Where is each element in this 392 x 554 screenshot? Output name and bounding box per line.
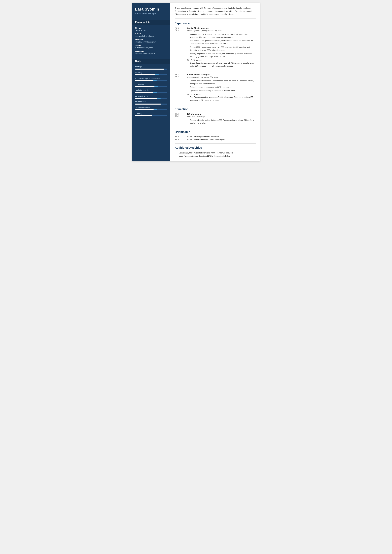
cert-year: 2018 bbox=[175, 139, 185, 141]
activity-bullet: Used Facebook to raise donations 22% for… bbox=[179, 154, 256, 158]
education-block: 2010 -2014 BS Marketing Iowa State Unive… bbox=[175, 113, 256, 125]
skill-bar-accent bbox=[154, 86, 158, 87]
resume-container: Lara Syomin Social Media Manager Persona… bbox=[132, 3, 260, 161]
sidebar-header: Lara Syomin Social Media Manager bbox=[132, 3, 170, 18]
divider-activities bbox=[175, 143, 256, 144]
skill-bar bbox=[135, 74, 167, 75]
bullet: Sourced 700+ images and wrote over 500 c… bbox=[190, 46, 256, 52]
degree: BS Marketing bbox=[187, 113, 256, 115]
certificates-title: Certificates bbox=[175, 130, 256, 134]
experience-title: Experience bbox=[175, 22, 256, 25]
edu-content: BS Marketing Iowa State University Condu… bbox=[187, 113, 256, 125]
skill-bar-fill bbox=[135, 104, 161, 105]
edu-date: 2010 -2014 bbox=[175, 113, 185, 125]
skills-list: strategy planning social campaign manage… bbox=[135, 66, 167, 116]
activity-bullet: Maintain 15,000+ Twitter followers and 7… bbox=[179, 151, 256, 154]
skill-bar bbox=[135, 80, 167, 81]
achievement-bullets: Ran Facebook contest generating 2,000+ s… bbox=[187, 96, 256, 102]
skills-title: Skills bbox=[132, 59, 170, 64]
job-company: Chargepath Stores, Mason City, Iowa bbox=[187, 76, 256, 78]
skill-bar-accent bbox=[155, 74, 159, 75]
candidate-title: Social Media Manager bbox=[135, 12, 167, 15]
bullet: Conducted senior project that got 3,000 … bbox=[190, 119, 256, 125]
skill-name: social campaign management bbox=[135, 77, 167, 79]
bullet: Optimized posts by testing out content a… bbox=[190, 89, 256, 92]
twitter-label: Twitter bbox=[135, 44, 167, 47]
main-content: Driven social media manager with 5+ year… bbox=[170, 3, 260, 161]
divider-certificates bbox=[175, 128, 256, 128]
job-bullets: Created and scheduled 50+ social media p… bbox=[187, 79, 256, 92]
experience-block: 2014 -2016 Social Media Manager Chargepa… bbox=[175, 73, 256, 102]
skill-bar bbox=[135, 104, 167, 105]
cert-year: 2019 bbox=[175, 136, 185, 138]
cert-name: Social Marketing Certificate - Hootsuite bbox=[187, 136, 219, 138]
skill-name: creativity bbox=[135, 112, 167, 114]
bullet: Managed team of 3 social media associate… bbox=[190, 33, 256, 39]
facebook-value: facebook.com/larasyomin bbox=[135, 53, 167, 55]
achievement-bullet: Ran Facebook contest generating 2,000+ s… bbox=[190, 96, 256, 102]
certificates-section: Certificates 2019 Social Marketing Certi… bbox=[175, 130, 256, 141]
skill-name: copywriting bbox=[135, 83, 167, 85]
skill-bar bbox=[135, 69, 167, 70]
job-company: Million Eyeballs Agency, Mason City, Iow… bbox=[187, 30, 256, 32]
skill-bar-fill bbox=[135, 80, 153, 81]
skill-item: creativity bbox=[135, 112, 167, 116]
skill-bar-accent bbox=[153, 80, 157, 81]
edu-bullets: Conducted senior project that got 3,000 … bbox=[187, 119, 256, 125]
skill-bar-fill bbox=[135, 109, 154, 110]
experience-block: 2016 -2019 Social Media Manager Million … bbox=[175, 27, 256, 68]
skill-bar bbox=[135, 115, 167, 116]
skill-bar bbox=[135, 92, 167, 93]
phone-label: Phone bbox=[135, 27, 167, 29]
job-title: Social Media Manager bbox=[187, 27, 256, 29]
skill-bar-fill bbox=[135, 74, 155, 75]
bullet: Ran contests that generated 500 to 3,500… bbox=[190, 39, 256, 45]
bullet: Actively responded to and answered 1,000… bbox=[190, 52, 256, 58]
skill-item: social campaign management bbox=[135, 77, 167, 81]
email-label: E-mail bbox=[135, 33, 167, 35]
experience-list: 2016 -2019 Social Media Manager Million … bbox=[175, 27, 256, 102]
linkedin-label: LinkedIn bbox=[135, 39, 167, 41]
skill-bar bbox=[135, 98, 167, 99]
skill-name: communication bbox=[135, 95, 167, 97]
skill-item: collaboration bbox=[135, 101, 167, 105]
divider-education bbox=[175, 105, 256, 105]
sidebar: Lara Syomin Social Media Manager Persona… bbox=[132, 3, 170, 161]
experience-section: Experience 2016 -2019 Social Media Manag… bbox=[175, 22, 256, 102]
skill-item: copywriting bbox=[135, 83, 167, 87]
skill-item: strategy bbox=[135, 66, 167, 70]
skills-section: Skills strategy planning social campaign… bbox=[132, 57, 170, 120]
education-section: Education 2010 -2014 BS Marketing Iowa S… bbox=[175, 107, 256, 125]
phone-value: 641-670-1165 bbox=[135, 29, 167, 31]
skill-item: planning bbox=[135, 71, 167, 75]
exp-content: Social Media Manager Million Eyeballs Ag… bbox=[187, 27, 256, 68]
education-list: 2010 -2014 BS Marketing Iowa State Unive… bbox=[175, 113, 256, 125]
exp-content: Social Media Manager Chargepath Stores, … bbox=[187, 73, 256, 102]
skill-item: market research bbox=[135, 89, 167, 93]
certificate-row: 2018 Social Media Certification - Boot C… bbox=[175, 139, 256, 141]
skill-bar-fill bbox=[135, 98, 157, 99]
bullet: Raised audience engagement by 30% in 6 m… bbox=[190, 86, 256, 89]
skill-bar-fill bbox=[135, 69, 164, 70]
skill-name: strategy bbox=[135, 66, 167, 68]
skill-bar-accent bbox=[153, 92, 157, 93]
skill-name: market research bbox=[135, 89, 167, 91]
skill-bar-fill bbox=[135, 86, 154, 87]
skill-item: communication bbox=[135, 95, 167, 99]
twitter-value: twitter.com/larasyomin bbox=[135, 47, 167, 49]
skill-item: interpersonal skills bbox=[135, 106, 167, 110]
skill-name: planning bbox=[135, 71, 167, 74]
certificate-row: 2019 Social Marketing Certificate - Hoot… bbox=[175, 136, 256, 138]
activities-title: Additional Activities bbox=[175, 146, 256, 149]
skill-bar bbox=[135, 109, 167, 110]
key-achievement-label: Key Achievement: bbox=[187, 59, 256, 61]
additional-activities-section: Additional Activities Maintain 15,000+ T… bbox=[175, 146, 256, 158]
school: Iowa State University bbox=[187, 115, 256, 118]
personal-info-title: Personal Info bbox=[132, 20, 170, 25]
achievement-bullet: Directed social media campaigns that cre… bbox=[190, 62, 256, 68]
job-bullets: Managed team of 3 social media associate… bbox=[187, 33, 256, 58]
achievement-bullets: Directed social media campaigns that cre… bbox=[187, 62, 256, 68]
personal-info-section: Personal Info Phone 641-670-1165 E-mail … bbox=[132, 18, 170, 57]
job-title: Social Media Manager bbox=[187, 73, 256, 76]
bullet: Created and scheduled 50+ social media p… bbox=[190, 79, 256, 85]
